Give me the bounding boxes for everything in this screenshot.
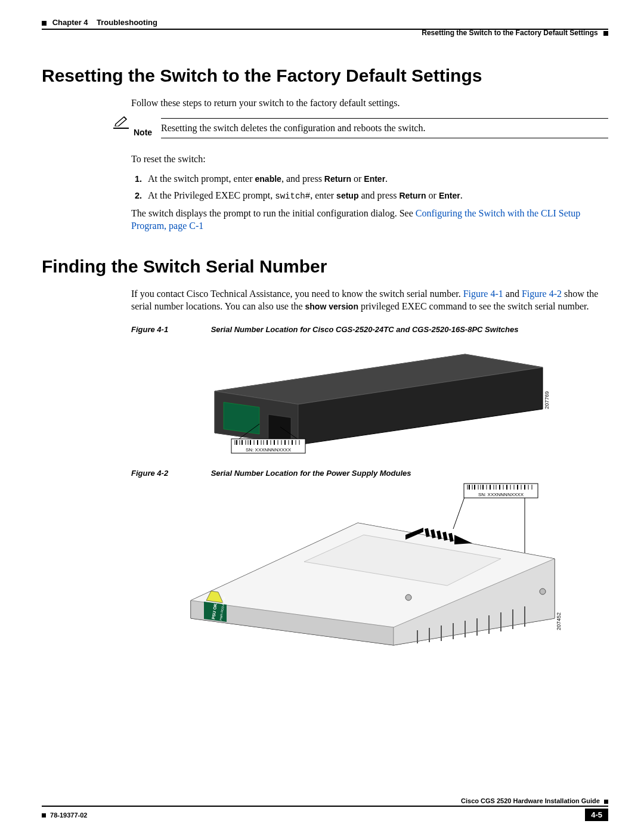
step-2: At the Privileged EXEC prompt, switch#, …: [144, 189, 608, 202]
fig2-label: Figure 4-2: [131, 469, 209, 478]
prompt-followup: The switch displays the prompt to run th…: [131, 207, 608, 233]
fig1-id: 207769: [544, 391, 550, 409]
header-bullet-icon: [603, 31, 608, 36]
step1-mid: , and press: [281, 174, 324, 184]
step1-end: .: [385, 174, 388, 184]
header-bullet-icon: [42, 21, 47, 26]
svg-rect-5: [268, 414, 291, 442]
footer-bullet-icon: [604, 800, 608, 804]
fig2-id: 207452: [556, 612, 562, 630]
figure-4-2-caption: Figure 4-2 Serial Number Location for th…: [131, 469, 608, 478]
step1-enter: Enter: [364, 174, 385, 184]
step2-mid2: and press: [358, 190, 399, 200]
svg-point-46: [405, 594, 411, 600]
page-number: 4-5: [585, 809, 608, 821]
reset-intro: Follow these steps to return your switch…: [131, 97, 608, 110]
p1-mid1: and: [503, 289, 522, 299]
figure-4-1-link[interactable]: Figure 4-1: [463, 289, 503, 299]
header-section-title: Resetting the Switch to the Factory Defa…: [422, 29, 597, 37]
note-content: Resetting the switch deletes the configu…: [161, 118, 608, 138]
svg-line-0: [124, 117, 126, 119]
fig1-label: Figure 4-1: [131, 325, 209, 334]
p1-pre: If you contact Cisco Technical Assistanc…: [131, 289, 463, 299]
chapter-title: Troubleshooting: [97, 18, 157, 27]
step1-or: or: [351, 174, 364, 184]
fig2-caption-text: Serial Number Location for the Power Sup…: [211, 469, 411, 478]
step1-pre: At the switch prompt, enter: [148, 174, 255, 184]
step2-setup: setup: [336, 191, 358, 200]
p1-end: privileged EXEC command to see the switc…: [358, 301, 589, 311]
svg-point-47: [540, 589, 546, 594]
step2-end: .: [460, 190, 463, 200]
footer-bullet-icon: [42, 813, 46, 817]
section-heading-reset: Resetting the Switch to the Factory Defa…: [42, 66, 608, 86]
note-label: Note: [134, 128, 152, 137]
step2-enter: Enter: [439, 191, 460, 200]
page-header: Chapter 4 Troubleshooting Resetting the …: [42, 18, 608, 30]
chapter-label: Chapter 4: [52, 18, 88, 27]
figure-4-2-link[interactable]: Figure 4-2: [522, 289, 562, 299]
section-heading-serial: Finding the Switch Serial Number: [42, 256, 608, 277]
footer-guide-title: Cisco CGS 2520 Hardware Installation Gui…: [461, 797, 600, 804]
svg-line-57: [453, 496, 465, 529]
step2-mid1: , enter: [310, 190, 336, 200]
step1-enable: enable: [255, 174, 281, 184]
figure-4-1-caption: Figure 4-1 Serial Number Location for Ci…: [131, 325, 608, 334]
page-footer: Cisco CGS 2520 Hardware Installation Gui…: [42, 797, 608, 821]
to-reset-label: To reset the switch:: [131, 153, 608, 166]
step1-return: Return: [324, 174, 351, 184]
doc-number: 78-19377-02: [50, 812, 87, 819]
step2-prompt: switch#: [275, 191, 310, 201]
step2-return: Return: [399, 191, 426, 200]
step-1: At the switch prompt, enter enable, and …: [144, 172, 608, 185]
show-version-cmd: show version: [305, 302, 358, 311]
figure-4-2-image: PSU OK PWR-RGD-AC-DC: [131, 481, 608, 648]
step2-or: or: [426, 190, 439, 200]
svg-rect-4: [224, 402, 259, 434]
fig1-caption-text: Serial Number Location for Cisco CGS-252…: [211, 325, 519, 334]
pencil-note-icon: [113, 116, 129, 129]
fig2-sn-text: SN: XXXNNNNXXXX: [478, 492, 524, 497]
serial-intro: If you contact Cisco Technical Assistanc…: [131, 287, 608, 313]
after-pre: The switch displays the prompt to run th…: [131, 208, 416, 218]
fig1-sn-text: SN: XXXNNNNXXXX: [246, 447, 292, 453]
figure-4-1-image: SN: XXXNNNNXXXX 207769: [131, 337, 608, 457]
svg-marker-56: [454, 535, 472, 544]
step2-pre: At the Privileged EXEC prompt,: [148, 190, 275, 200]
note-block: Note Resetting the switch deletes the co…: [113, 118, 608, 144]
